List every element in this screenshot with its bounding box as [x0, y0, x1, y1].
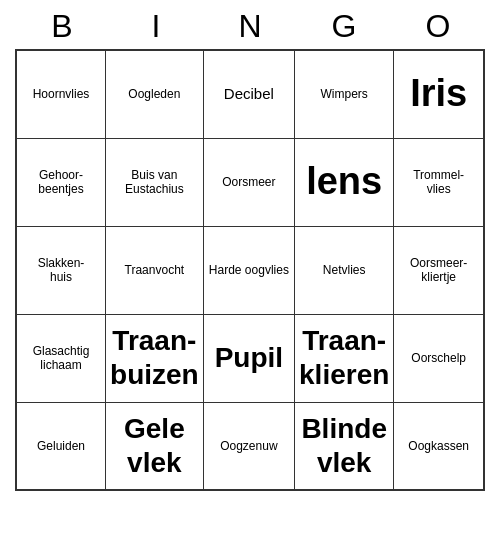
- cell-r2-c1: Traanvocht: [106, 226, 204, 314]
- cell-r3-c4: Oorschelp: [394, 314, 484, 402]
- letter-n: N: [207, 8, 293, 45]
- cell-r2-c4: Oorsmeer-kliertje: [394, 226, 484, 314]
- cell-r3-c2: Pupil: [203, 314, 294, 402]
- cell-r3-c0: Glasachtig lichaam: [16, 314, 106, 402]
- cell-r0-c4: Iris: [394, 50, 484, 138]
- bingo-header: B I N G O: [15, 0, 485, 49]
- cell-r1-c4: Trommel-vlies: [394, 138, 484, 226]
- cell-r0-c0: Hoornvlies: [16, 50, 106, 138]
- letter-g: G: [301, 8, 387, 45]
- cell-r4-c0: Geluiden: [16, 402, 106, 490]
- cell-r2-c2: Harde oogvlies: [203, 226, 294, 314]
- cell-r0-c2: Decibel: [203, 50, 294, 138]
- letter-i: I: [113, 8, 199, 45]
- cell-r4-c3: Blinde vlek: [295, 402, 394, 490]
- cell-r1-c2: Oorsmeer: [203, 138, 294, 226]
- cell-r2-c3: Netvlies: [295, 226, 394, 314]
- cell-r3-c1: Traan-buizen: [106, 314, 204, 402]
- cell-r1-c0: Gehoor-beentjes: [16, 138, 106, 226]
- cell-r3-c3: Traan-klieren: [295, 314, 394, 402]
- cell-r4-c2: Oogzenuw: [203, 402, 294, 490]
- bingo-table: HoornvliesOogledenDecibelWimpersIrisGeho…: [15, 49, 485, 491]
- cell-r2-c0: Slakken-huis: [16, 226, 106, 314]
- cell-r1-c3: lens: [295, 138, 394, 226]
- cell-r0-c1: Oogleden: [106, 50, 204, 138]
- letter-o: O: [395, 8, 481, 45]
- cell-r4-c1: Gele vlek: [106, 402, 204, 490]
- cell-r4-c4: Oogkassen: [394, 402, 484, 490]
- cell-r1-c1: Buis van Eustachius: [106, 138, 204, 226]
- letter-b: B: [19, 8, 105, 45]
- cell-r0-c3: Wimpers: [295, 50, 394, 138]
